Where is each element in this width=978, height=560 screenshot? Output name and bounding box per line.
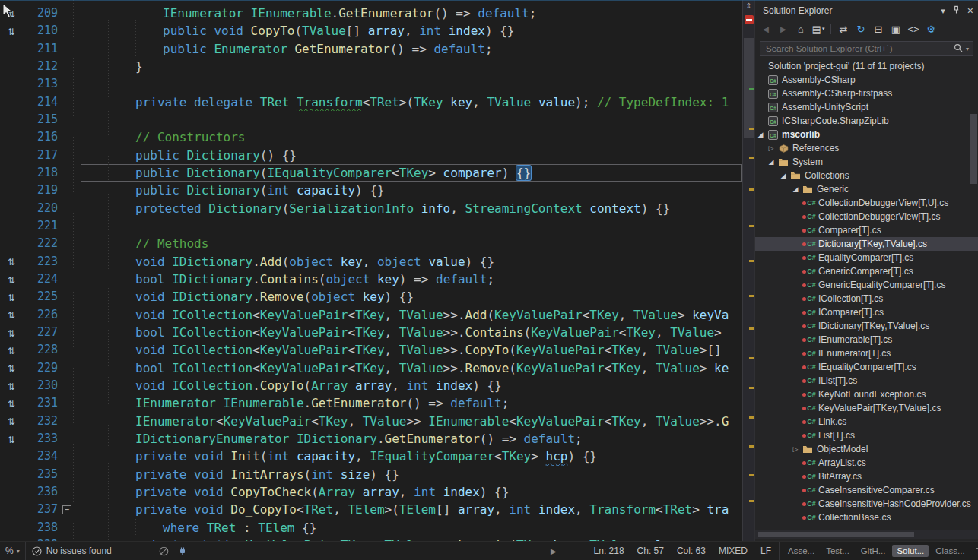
code-text[interactable]: private void Do_CopyTo<TRet, TElem>(TEle… [81,501,742,518]
implements-icon[interactable]: ⇅ [8,328,15,339]
line-number[interactable]: 214 [23,93,58,111]
code-text[interactable]: IDictionaryEnumerator IDictionary.GetEnu… [81,430,742,448]
tree-item[interactable]: C#IDictionary[TKey,TValue].cs [755,319,978,333]
fold-margin[interactable] [58,5,81,22]
collapse-all-icon[interactable]: ⊟ [871,21,886,36]
tree-item[interactable]: C#ICollection[T].cs [755,292,978,305]
tree-item[interactable]: C#CollectionDebuggerView[T].cs [755,210,978,223]
code-text[interactable] [81,217,742,235]
code-text[interactable]: public Dictionary(IEqualityComparer<TKey… [81,164,742,182]
tree-item[interactable]: C#BitArray.cs [755,470,978,483]
line-number[interactable]: 234 [23,448,58,465]
fold-margin[interactable] [58,200,81,217]
line-number[interactable]: 221 [23,217,58,235]
glyph-margin[interactable]: ⇅ [0,24,23,38]
code-line[interactable]: 218public Dictionary(IEqualityComparer<T… [0,164,742,182]
properties-icon[interactable]: ⚙ [923,21,938,36]
tree-item[interactable]: C#Comparer[T].cs [755,223,978,237]
tree-item[interactable]: C#ArrayList.cs [755,456,978,470]
fold-margin[interactable] [58,182,81,199]
code-line[interactable]: ⇅233IDictionaryEnumerator IDictionary.Ge… [0,430,742,448]
tree-item[interactable]: C#CaseInsensitiveComparer.cs [755,483,978,497]
code-line[interactable]: ⇅232IEnumerator<KeyValuePair<TKey, TValu… [0,413,742,430]
search-box[interactable]: ▾ [760,41,973,56]
tree-item[interactable]: ◢System [755,155,978,169]
fold-margin[interactable] [58,359,81,377]
line-number[interactable]: 215 [23,111,58,128]
glyph-margin[interactable]: ⇅ [0,432,23,446]
tool-tab-asse[interactable]: Asse... [783,545,819,557]
tree-item[interactable]: C#KeyNotFoundException.cs [755,388,978,401]
code-text[interactable]: void ICollection.CopyTo(Array array, int… [81,377,742,394]
eol-indicator[interactable]: LF [760,546,771,556]
tree-item[interactable]: C#CaseInsensitiveHashCodeProvider.cs [755,497,978,511]
tree-item[interactable]: ◢Collections [755,169,978,182]
line-number[interactable]: 236 [23,483,58,501]
code-line[interactable]: 212} [0,58,742,75]
code-line[interactable]: 235private void InitArrays(int size) {} [0,466,742,483]
tool-tab-gith[interactable]: GitH... [856,545,891,557]
expanded-arrow-icon[interactable]: ◢ [755,131,766,138]
code-line[interactable]: ⇅225void IDictionary.Remove(object key) … [0,288,742,305]
glyph-margin[interactable]: ⇅ [0,361,23,375]
code-line[interactable]: 236private void CopyToCheck(Array array,… [0,483,742,501]
code-line[interactable]: ⇅230void ICollection.CopyTo(Array array,… [0,377,742,394]
tree-item[interactable]: C#IEnumerable[T].cs [755,333,978,346]
code-text[interactable]: // Methods [81,235,742,252]
line-number[interactable]: 226 [23,306,58,324]
code-line[interactable]: 215 [0,111,742,128]
tree-horizontal-scrollbar[interactable] [755,530,978,539]
code-line[interactable]: 211public Enumerator GetEnumerator() => … [0,40,742,58]
indent-indicator[interactable]: MIXED [719,546,748,556]
line-number[interactable]: 231 [23,394,58,412]
tree-vertical-scrollbar[interactable] [970,114,977,184]
collapsed-arrow-icon[interactable]: ▷ [790,445,801,453]
line-number[interactable]: 219 [23,182,58,199]
line-number[interactable]: 217 [23,147,58,164]
line-number[interactable]: 229 [23,359,58,377]
show-all-files-icon[interactable]: ▣ [888,21,903,36]
code-text[interactable]: private void CopyToCheck(Array array, in… [81,483,742,501]
implements-icon[interactable]: ⇅ [8,381,15,392]
line-number[interactable]: 238 [23,519,58,536]
line-number[interactable]: 227 [23,324,58,341]
fold-margin[interactable] [58,111,81,128]
expanded-arrow-icon[interactable]: ◢ [790,185,801,193]
tree-item[interactable]: C#GenericComparer[T].cs [755,264,978,278]
refresh-icon[interactable]: ↻ [853,21,868,36]
fold-margin[interactable] [58,341,81,359]
search-icon[interactable] [954,42,963,55]
document-health[interactable]: No issues found [32,546,112,556]
home-icon[interactable]: ⌂ [793,21,808,36]
code-text[interactable]: where TRet : TElem {} [81,519,742,536]
fold-margin[interactable] [58,413,81,430]
tree-item[interactable]: C#Link.cs [755,415,978,429]
fold-margin[interactable] [58,93,81,111]
line-number[interactable]: 218 [23,164,58,182]
tree-item[interactable]: C#IEnumerator[T].cs [755,346,978,360]
tool-tab-solut[interactable]: Solut... [892,545,929,557]
code-line[interactable]: 220protected Dictionary(SerializationInf… [0,200,742,217]
code-line[interactable]: 213 [0,75,742,93]
implements-icon[interactable]: ⇅ [8,346,15,356]
fold-margin[interactable] [58,58,81,75]
code-line[interactable]: ⇅227bool ICollection<KeyValuePair<TKey, … [0,324,742,341]
tree-item[interactable]: ◢C#mscorlib [755,128,978,141]
fold-margin[interactable] [58,377,81,394]
code-text[interactable]: public void CopyTo(TValue[] array, int i… [81,22,742,40]
code-line[interactable]: ⇅229bool ICollection<KeyValuePair<TKey, … [0,359,742,377]
code-text[interactable]: public Enumerator GetEnumerator() => def… [81,40,742,58]
tree-item[interactable]: C#IEqualityComparer[T].cs [755,360,978,374]
search-options-caret-icon[interactable]: ▾ [966,46,969,52]
line-number[interactable]: 225 [23,288,58,305]
fold-margin[interactable] [58,271,81,288]
tree-item[interactable]: C#Assembly-UnityScript [755,100,978,114]
back-icon[interactable]: ◄ [758,21,773,36]
code-line[interactable]: 219public Dictionary(int capacity) {} [0,182,742,199]
code-text[interactable]: IEnumerator IEnumerable.GetEnumerator() … [81,394,742,412]
glyph-margin[interactable]: ⇅ [0,397,23,410]
implements-icon[interactable]: ⇅ [8,293,15,303]
fold-margin[interactable] [58,235,81,252]
code-line[interactable]: ⇅224bool IDictionary.Contains(object key… [0,271,742,288]
line-number[interactable]: 230 [23,377,58,394]
